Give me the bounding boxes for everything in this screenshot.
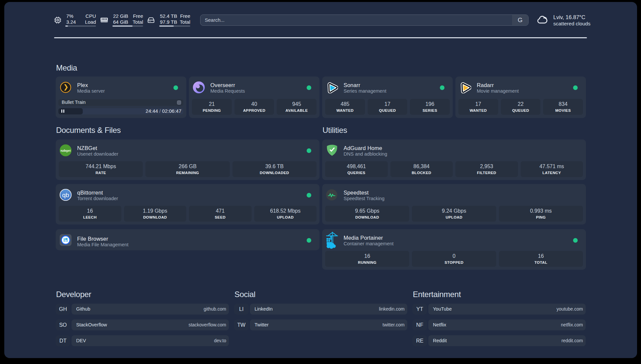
svg-text:qb: qb bbox=[62, 192, 69, 198]
svg-text:nzbget: nzbget bbox=[61, 149, 71, 152]
